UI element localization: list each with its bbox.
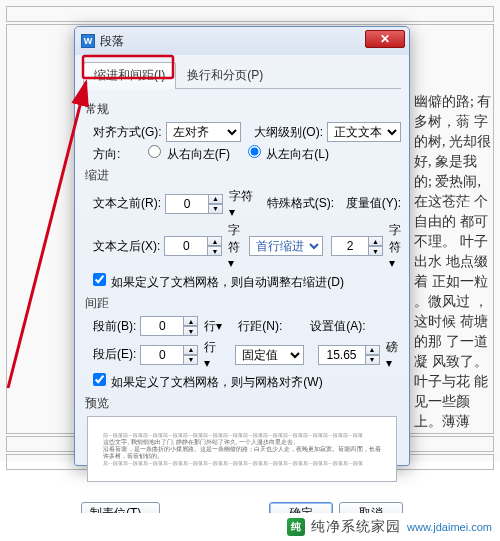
preview-line: 前一段落前一段落前一段落前一段落前一段落前一段落前一段落前一段落前一段落前一段落… xyxy=(103,432,380,439)
direction-rtl-option[interactable]: 从右向左(F) xyxy=(148,145,230,163)
preview-line: 沿着荷塘，是一条曲折的小煤屑路。这是一条幽僻的路；白天也少人走，夜晚更加寂寞。荷… xyxy=(103,446,380,460)
space-after-unit: 行▾ xyxy=(204,339,219,370)
paragraph-dialog: W 段落 ✕ 缩进和间距(I) 换行和分页(P) 常规 对齐方式(G): 左对齐… xyxy=(74,26,410,466)
indent-before-label: 文本之前(R): xyxy=(93,195,161,212)
setval-spin[interactable]: ▲▼ xyxy=(366,345,380,365)
indent-before-input[interactable] xyxy=(165,194,209,214)
measure-label: 度量值(Y): xyxy=(346,195,401,212)
grid-align-check[interactable] xyxy=(93,373,106,386)
direction-label: 方向: xyxy=(93,146,120,163)
section-spacing: 间距 xyxy=(85,295,401,312)
auto-indent-label: 如果定义了文档网格，则自动调整右缩进(D) xyxy=(111,275,344,289)
space-before-spin[interactable]: ▲▼ xyxy=(184,316,198,336)
setval-input[interactable] xyxy=(318,345,366,365)
special-combo[interactable]: 首行缩进 xyxy=(249,236,323,256)
measure-spin[interactable]: ▲▼ xyxy=(369,236,383,256)
bg-doc-text: 幽僻的路; 有多树，蓊 字的树, 光却很好, 象是我的; 爱热闹, 在这苍茫 个… xyxy=(414,92,494,432)
page-footer: 纯 纯净系统家园 www.jdaimei.com xyxy=(0,513,500,541)
space-before-label: 段前(B): xyxy=(93,318,136,335)
direction-rtl-label: 从右向左(F) xyxy=(167,147,230,161)
dialog-title: 段落 xyxy=(100,33,124,50)
space-after-input[interactable] xyxy=(140,345,184,365)
indent-after-label: 文本之后(X): xyxy=(93,238,160,255)
footer-logo-icon: 纯 xyxy=(287,518,305,536)
space-after-label: 段后(E): xyxy=(93,346,136,363)
line-spacing-label: 行距(N): xyxy=(238,318,282,335)
footer-site-url: www.jdaimei.com xyxy=(407,521,492,533)
auto-indent-check[interactable] xyxy=(93,273,106,286)
section-preview: 预览 xyxy=(85,395,401,412)
outline-label: 大纲级别(O): xyxy=(254,124,323,141)
align-label: 对齐方式(G): xyxy=(93,124,162,141)
line-spacing-combo[interactable]: 固定值 xyxy=(235,345,305,365)
tab-line-page-break[interactable]: 换行和分页(P) xyxy=(176,62,274,89)
section-indent: 缩进 xyxy=(85,167,401,184)
indent-after-spin[interactable]: ▲▼ xyxy=(208,236,222,256)
space-before-unit: 行▾ xyxy=(204,318,222,335)
close-icon: ✕ xyxy=(380,32,390,46)
tab-indent-spacing[interactable]: 缩进和间距(I) xyxy=(83,62,176,89)
outline-combo[interactable]: 正文文本 xyxy=(327,122,401,142)
app-icon: W xyxy=(81,34,95,48)
measure-unit: 字符▾ xyxy=(389,222,401,270)
close-button[interactable]: ✕ xyxy=(365,30,405,48)
space-after-spin[interactable]: ▲▼ xyxy=(184,345,198,365)
preview-line: 后一段落后一段落后一段落后一段落后一段落后一段落后一段落后一段落后一段落后一段落… xyxy=(103,460,380,467)
measure-input[interactable] xyxy=(331,236,369,256)
footer-site-name: 纯净系统家园 xyxy=(311,518,401,536)
preview-line: 这些文字, 我悄悄地出了门, 静静在那门外站了许久, 一个人漫步向里走去, xyxy=(103,439,380,446)
grid-align-label: 如果定义了文档网格，则与网格对齐(W) xyxy=(111,375,322,389)
alignment-combo[interactable]: 左对齐 xyxy=(166,122,241,142)
section-general: 常规 xyxy=(85,101,401,118)
special-label: 特殊格式(S): xyxy=(267,195,334,212)
indent-after-input[interactable] xyxy=(164,236,208,256)
grid-align-option[interactable]: 如果定义了文档网格，则与网格对齐(W) xyxy=(93,373,323,391)
direction-rtl-radio[interactable] xyxy=(148,145,161,158)
direction-ltr-label: 从左向右(L) xyxy=(266,147,329,161)
setval-unit: 磅▾ xyxy=(386,339,401,370)
direction-ltr-radio[interactable] xyxy=(248,145,261,158)
auto-indent-option[interactable]: 如果定义了文档网格，则自动调整右缩进(D) xyxy=(93,273,344,291)
indent-before-spin[interactable]: ▲▼ xyxy=(209,194,223,214)
space-before-input[interactable] xyxy=(140,316,184,336)
titlebar[interactable]: W 段落 ✕ xyxy=(75,27,409,55)
indent-after-unit: 字符▾ xyxy=(228,222,240,270)
indent-before-unit: 字符▾ xyxy=(229,188,255,219)
tab-strip: 缩进和间距(I) 换行和分页(P) xyxy=(83,61,401,89)
setval-label: 设置值(A): xyxy=(310,318,365,335)
preview-box: 前一段落前一段落前一段落前一段落前一段落前一段落前一段落前一段落前一段落前一段落… xyxy=(87,416,397,482)
direction-ltr-option[interactable]: 从左向右(L) xyxy=(248,145,329,163)
